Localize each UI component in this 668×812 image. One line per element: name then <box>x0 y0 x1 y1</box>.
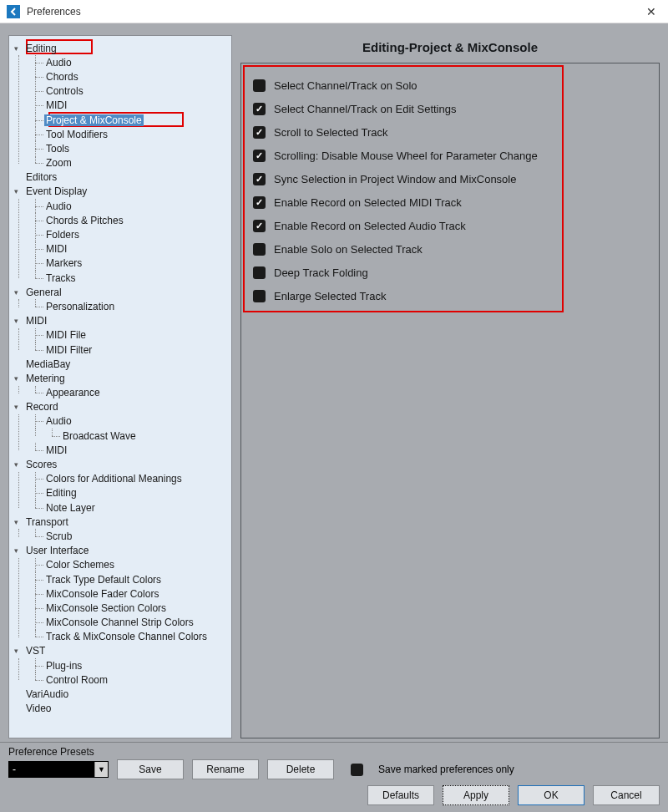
tree-item-label[interactable]: VST <box>24 645 47 657</box>
tree-item-label[interactable]: Tool Modifiers <box>44 129 109 140</box>
tree-item-label[interactable]: Editors <box>24 171 58 183</box>
tree-node[interactable]: Tool Modifiers <box>31 127 230 141</box>
tree-item-label[interactable]: Event Display <box>24 185 89 197</box>
tree-node[interactable]: MixConsole Channel Strip Colors <box>31 616 230 630</box>
disclosure-icon[interactable]: ▾ <box>14 288 23 297</box>
tree-node[interactable]: ·Editors <box>14 170 230 185</box>
tree-item-label[interactable]: Audio <box>44 200 73 212</box>
tree-item-label[interactable]: Metering <box>24 373 67 384</box>
tree-item-label[interactable]: Folders <box>44 229 81 241</box>
tree-item-label[interactable]: Broadcast Wave <box>61 430 138 442</box>
rename-button[interactable]: Rename <box>192 759 259 779</box>
tree-node[interactable]: Color Schemes <box>31 558 230 572</box>
tree-node[interactable]: MixConsole Section Colors <box>31 601 230 615</box>
tree-item-label[interactable]: Audio <box>44 415 73 427</box>
tree-item-label[interactable]: Tracks <box>44 272 78 284</box>
tree-node[interactable]: ▾EditingAudioChordsControlsMIDIProject &… <box>14 41 230 170</box>
tree-node[interactable]: Project & MixConsole <box>31 113 230 127</box>
tree-node[interactable]: Audio <box>31 55 230 69</box>
defaults-button[interactable]: Defaults <box>367 785 434 805</box>
tree-item-label[interactable]: Scrub <box>44 530 73 542</box>
tree-node[interactable]: ·MediaBay <box>14 357 230 371</box>
tree-node[interactable]: Note Layer <box>31 500 230 515</box>
tree-item-label[interactable]: Project & MixConsole <box>44 114 144 126</box>
option-checkbox[interactable] <box>253 79 266 92</box>
tree-item-label[interactable]: MIDI <box>24 315 48 327</box>
tree-node[interactable]: MIDI <box>31 99 230 113</box>
disclosure-icon[interactable]: ▾ <box>14 187 23 195</box>
tree-item-label[interactable]: Editing <box>24 43 58 54</box>
tree-node[interactable]: ▾Event DisplayAudioChords & PitchesFolde… <box>14 185 230 285</box>
tree-node[interactable]: Editing <box>31 486 230 500</box>
tree-item-label[interactable]: Markers <box>44 257 84 269</box>
tree-item-label[interactable]: User Interface <box>24 545 90 556</box>
tree-item-label[interactable]: VariAudio <box>24 688 70 700</box>
tree-item-label[interactable]: Colors for Additional Meanings <box>44 473 184 485</box>
disclosure-icon[interactable]: ▾ <box>14 460 23 469</box>
tree-item-label[interactable]: Chords & Pitches <box>44 215 125 226</box>
disclosure-icon[interactable]: ▾ <box>14 546 23 555</box>
tree-node[interactable]: AudioBroadcast Wave <box>31 414 230 443</box>
tree-node[interactable]: Tracks <box>31 271 230 285</box>
tree-node[interactable]: ▾RecordAudioBroadcast WaveMIDI <box>14 400 230 458</box>
option-checkbox[interactable] <box>253 290 266 302</box>
option-checkbox[interactable] <box>253 266 266 279</box>
tree-item-label[interactable]: Video <box>24 703 53 714</box>
save-button[interactable]: Save <box>117 759 184 779</box>
tree-node[interactable]: MIDI Filter <box>31 343 230 357</box>
tree-item-label[interactable]: Personalization <box>44 301 116 312</box>
tree-node[interactable]: Plug-ins <box>31 658 230 672</box>
tree-node[interactable]: Scrub <box>31 529 230 543</box>
tree-item-label[interactable]: MIDI <box>44 99 68 111</box>
disclosure-icon[interactable]: ▾ <box>14 647 23 655</box>
tree-node[interactable]: MIDI <box>31 443 230 457</box>
tree-node[interactable]: Colors for Additional Meanings <box>31 472 230 486</box>
tree-node[interactable]: Chords <box>31 69 230 84</box>
tree-node[interactable]: Chords & Pitches <box>31 213 230 227</box>
tree-node[interactable]: ·Video <box>14 702 230 716</box>
tree-item-label[interactable]: MIDI <box>44 243 68 255</box>
disclosure-icon[interactable]: ▾ <box>14 44 23 53</box>
tree-item-label[interactable]: Audio <box>44 57 73 69</box>
delete-button[interactable]: Delete <box>267 759 334 779</box>
tree-node[interactable]: Controls <box>31 84 230 99</box>
tree-item-label[interactable]: Plug-ins <box>44 660 84 672</box>
category-tree[interactable]: ▾EditingAudioChordsControlsMIDIProject &… <box>8 35 232 738</box>
option-checkbox[interactable] <box>253 220 266 232</box>
tree-node[interactable]: Markers <box>31 256 230 271</box>
tree-node[interactable]: ▾User InterfaceColor SchemesTrack Type D… <box>14 544 230 644</box>
ok-button[interactable]: OK <box>518 785 584 805</box>
tree-node[interactable]: MIDI <box>31 242 230 256</box>
apply-button[interactable]: Apply <box>443 785 509 805</box>
option-checkbox[interactable] <box>253 126 266 139</box>
tree-node[interactable]: Zoom <box>31 156 230 170</box>
tree-item-label[interactable]: MediaBay <box>24 358 72 370</box>
tree-item-label[interactable]: MIDI Filter <box>44 344 94 356</box>
tree-item-label[interactable]: Chords <box>44 71 80 83</box>
tree-node[interactable]: MixConsole Fader Colors <box>31 586 230 601</box>
option-checkbox[interactable] <box>253 150 266 162</box>
tree-item-label[interactable]: Note Layer <box>44 502 97 514</box>
tree-item-label[interactable]: Controls <box>44 85 85 97</box>
tree-node[interactable]: ▾TransportScrub <box>14 515 230 543</box>
tree-item-label[interactable]: Color Schemes <box>44 559 116 571</box>
option-checkbox[interactable] <box>253 196 266 209</box>
tree-item-label[interactable]: MixConsole Section Colors <box>44 602 168 614</box>
disclosure-icon[interactable]: ▾ <box>14 518 23 526</box>
tree-node[interactable]: ▾GeneralPersonalization <box>14 285 230 313</box>
tree-item-label[interactable]: Track Type Default Colors <box>44 574 163 586</box>
tree-node[interactable]: ▾MeteringAppearance <box>14 371 230 399</box>
tree-item-label[interactable]: Record <box>24 401 60 413</box>
disclosure-icon[interactable]: ▾ <box>14 403 23 411</box>
option-checkbox[interactable] <box>253 103 266 115</box>
tree-node[interactable]: Track Type Default Colors <box>31 572 230 586</box>
option-checkbox[interactable] <box>253 173 266 185</box>
tree-item-label[interactable]: MixConsole Channel Strip Colors <box>44 617 195 628</box>
save-marked-checkbox[interactable] <box>351 764 363 776</box>
tree-item-label[interactable]: Zoom <box>44 157 73 169</box>
disclosure-icon[interactable]: ▾ <box>14 317 23 325</box>
tree-node[interactable]: Appearance <box>31 386 230 400</box>
cancel-button[interactable]: Cancel <box>593 785 660 805</box>
disclosure-icon[interactable]: ▾ <box>14 374 23 383</box>
tree-item-label[interactable]: MixConsole Fader Colors <box>44 588 160 600</box>
